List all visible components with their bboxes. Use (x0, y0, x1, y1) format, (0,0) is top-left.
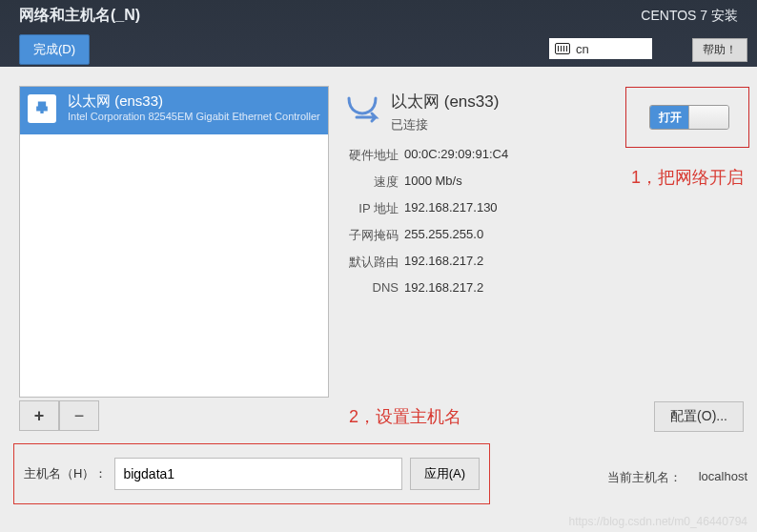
add-remove-toolbar: + − (19, 400, 99, 431)
speed-label: 速度 (343, 174, 399, 191)
toggle-on-label: 打开 (650, 106, 690, 129)
hwaddr-label: 硬件地址 (343, 147, 399, 164)
gw-value: 192.168.217.2 (404, 254, 483, 271)
hostname-label: 主机名（H）： (24, 465, 107, 482)
apply-hostname-button[interactable]: 应用(A) (410, 458, 480, 490)
done-button[interactable]: 完成(D) (19, 34, 90, 65)
keyboard-icon (555, 43, 570, 54)
add-nic-button[interactable]: + (19, 400, 59, 431)
speed-value: 1000 Mb/s (404, 174, 462, 191)
remove-nic-button[interactable]: − (59, 400, 99, 431)
network-icon (343, 91, 381, 129)
keyboard-layout-selector[interactable]: cn (549, 38, 652, 59)
configure-button[interactable]: 配置(O)... (654, 401, 744, 432)
annotation-box-2: 主机名（H）： 应用(A) (13, 443, 490, 504)
mask-label: 子网掩码 (343, 227, 399, 244)
nic-name: 以太网 (ens33) (68, 92, 320, 111)
help-button[interactable]: 帮助！ (692, 38, 747, 62)
annotation-2: 2，设置主机名 (349, 405, 461, 428)
hwaddr-value: 00:0C:29:09:91:C4 (404, 147, 508, 164)
network-toggle[interactable]: 打开 (649, 105, 729, 130)
ethernet-plug-icon (28, 94, 56, 123)
toggle-knob (688, 106, 728, 129)
nic-list: 以太网 (ens33) Intel Corporation 82545EM Gi… (19, 86, 329, 398)
nic-detail-status: 已连接 (391, 116, 499, 133)
page-title: 网络和主机名(_N) (19, 6, 140, 26)
annotation-box-1: 打开 (625, 87, 749, 148)
nic-desc: Intel Corporation 82545EM Gigabit Ethern… (68, 111, 320, 122)
install-label: CENTOS 7 安装 (641, 8, 738, 25)
dns-value: 192.168.217.2 (404, 280, 483, 295)
hostname-input[interactable] (114, 458, 401, 490)
keyboard-layout-label: cn (576, 42, 589, 56)
annotation-1: 1，把网络开启 (631, 166, 744, 189)
nic-detail-title: 以太网 (ens33) (391, 91, 499, 113)
nic-item[interactable]: 以太网 (ens33) Intel Corporation 82545EM Gi… (20, 87, 328, 134)
mask-value: 255.255.255.0 (404, 227, 483, 244)
current-hostname-value: localhost (699, 469, 747, 486)
watermark: https://blog.csdn.net/m0_46440794 (569, 515, 747, 528)
ip-label: IP 地址 (343, 200, 399, 217)
header: 网络和主机名(_N) 完成(D) CENTOS 7 安装 cn 帮助！ (0, 0, 757, 67)
current-hostname: 当前主机名： localhost (607, 469, 747, 486)
dns-label: DNS (343, 280, 399, 295)
ip-value: 192.168.217.130 (404, 200, 498, 217)
gw-label: 默认路由 (343, 254, 399, 271)
current-hostname-label: 当前主机名： (607, 469, 682, 486)
nic-details: 以太网 (ens33) 已连接 硬件地址00:0C:29:09:91:C4 速度… (343, 91, 629, 304)
